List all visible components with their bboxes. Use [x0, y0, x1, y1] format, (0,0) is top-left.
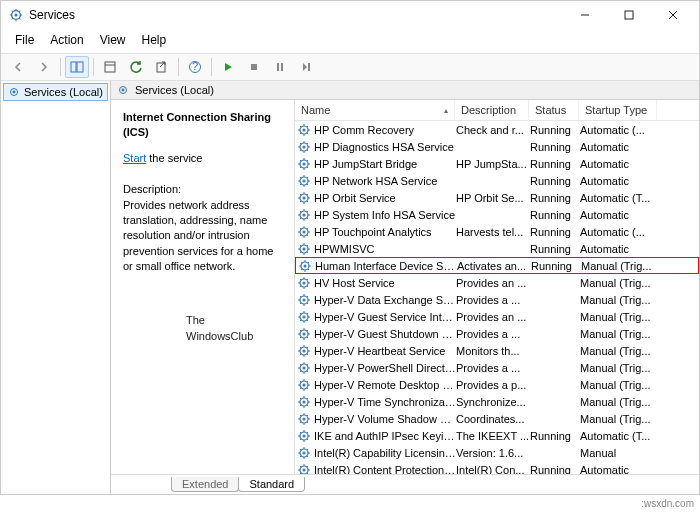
table-row[interactable]: Hyper-V Data Exchange ServiceProvides a … [295, 291, 699, 308]
cell-type: Manual (Trig... [580, 328, 658, 340]
svg-point-24 [303, 145, 306, 148]
cell-description: Provides a p... [456, 379, 530, 391]
cell-type: Automatic (... [580, 226, 658, 238]
description-text: Provides network address translation, ad… [123, 199, 273, 273]
svg-point-22 [303, 128, 306, 131]
toolbar: ? [1, 53, 699, 81]
table-row[interactable]: Human Interface Device ServiceActivates … [295, 257, 699, 274]
cell-name: Hyper-V Data Exchange Service [314, 294, 456, 306]
gear-icon [8, 86, 20, 98]
table-row[interactable]: HP Orbit ServiceHP Orbit Se...RunningAut… [295, 189, 699, 206]
table-row[interactable]: HP Touchpoint AnalyticsHarvests tel...Ru… [295, 223, 699, 240]
svg-point-26 [303, 162, 306, 165]
cell-status: Running [531, 260, 581, 272]
cell-name: IKE and AuthIP IPsec Keying Modu... [314, 430, 456, 442]
cell-description: Provides an ... [456, 277, 530, 289]
table-row[interactable]: HPWMISVCRunningAutomatic [295, 240, 699, 257]
table-row[interactable]: Hyper-V PowerShell Direct ServiceProvide… [295, 359, 699, 376]
cell-description: Provides a ... [456, 328, 530, 340]
cell-description: Intel(R) Con... [456, 464, 530, 475]
nav-label: Services (Local) [24, 86, 103, 98]
start-service-button[interactable] [216, 56, 240, 78]
svg-rect-16 [308, 63, 310, 71]
table-row[interactable]: Hyper-V Heartbeat ServiceMonitors th...M… [295, 342, 699, 359]
pause-service-button[interactable] [268, 56, 292, 78]
cell-status: Running [530, 430, 580, 442]
help-button[interactable]: ? [183, 56, 207, 78]
start-link[interactable]: Start [123, 152, 146, 164]
cell-status: Running [530, 209, 580, 221]
column-status[interactable]: Status [529, 100, 579, 120]
table-row[interactable]: IKE and AuthIP IPsec Keying Modu...The I… [295, 427, 699, 444]
table-row[interactable]: Hyper-V Guest Service InterfaceProvides … [295, 308, 699, 325]
table-row[interactable]: Intel(R) Capability Licensing Servi...Ve… [295, 444, 699, 461]
menu-action[interactable]: Action [42, 31, 91, 49]
column-name[interactable]: Name▴ [295, 100, 455, 120]
properties-button[interactable] [98, 56, 122, 78]
cell-type: Manual (Trig... [580, 413, 658, 425]
cell-type: Automatic (T... [580, 430, 658, 442]
close-button[interactable] [651, 1, 695, 29]
nav-tree: Services (Local) [1, 81, 111, 494]
table-row[interactable]: HP JumpStart BridgeHP JumpSta...RunningA… [295, 155, 699, 172]
export-button[interactable] [150, 56, 174, 78]
cell-description: Coordinates... [456, 413, 530, 425]
menu-file[interactable]: File [7, 31, 42, 49]
cell-name: HV Host Service [314, 277, 456, 289]
svg-rect-7 [77, 62, 83, 72]
svg-point-20 [122, 89, 125, 92]
cell-name: HP Network HSA Service [314, 175, 456, 187]
main-header: Services (Local) [111, 81, 699, 100]
cell-description: The IKEEXT ... [456, 430, 530, 442]
column-description[interactable]: Description [455, 100, 529, 120]
table-row[interactable]: Hyper-V Volume Shadow Copy Re...Coordina… [295, 410, 699, 427]
cell-type: Manual (Trig... [580, 311, 658, 323]
gear-icon [117, 84, 129, 96]
table-row[interactable]: Hyper-V Guest Shutdown ServiceProvides a… [295, 325, 699, 342]
refresh-button[interactable] [124, 56, 148, 78]
nav-services-local[interactable]: Services (Local) [3, 83, 108, 101]
cell-type: Automatic [580, 464, 658, 475]
table-row[interactable]: Intel(R) Content Protection HDCP ...Inte… [295, 461, 699, 474]
table-row[interactable]: HP Network HSA ServiceRunningAutomatic [295, 172, 699, 189]
stop-service-button[interactable] [242, 56, 266, 78]
window-title: Services [29, 8, 563, 22]
cell-name: Hyper-V Guest Shutdown Service [314, 328, 456, 340]
minimize-button[interactable] [563, 1, 607, 29]
column-startup-type[interactable]: Startup Type [579, 100, 657, 120]
svg-text:?: ? [192, 60, 198, 72]
svg-rect-10 [157, 63, 165, 72]
forward-button[interactable] [32, 56, 56, 78]
table-row[interactable]: HP System Info HSA ServiceRunningAutomat… [295, 206, 699, 223]
table-row[interactable]: HP Comm RecoveryCheck and r...RunningAut… [295, 121, 699, 138]
restart-service-button[interactable] [294, 56, 318, 78]
cell-type: Manual (Trig... [580, 345, 658, 357]
svg-point-62 [303, 468, 306, 471]
titlebar: Services [1, 1, 699, 29]
svg-point-52 [303, 383, 306, 386]
cell-name: Hyper-V Time Synchronization Ser... [314, 396, 456, 408]
svg-point-34 [303, 230, 306, 233]
cell-name: Intel(R) Content Protection HDCP ... [314, 464, 456, 475]
tab-extended[interactable]: Extended [171, 477, 239, 492]
source-url: :wsxdn.com [641, 498, 694, 509]
svg-point-48 [303, 349, 306, 352]
table-row[interactable]: HV Host ServiceProvides an ...Manual (Tr… [295, 274, 699, 291]
show-hide-tree-button[interactable] [65, 56, 89, 78]
menu-view[interactable]: View [92, 31, 134, 49]
back-button[interactable] [6, 56, 30, 78]
cell-type: Manual (Trig... [581, 260, 659, 272]
cell-status: Running [530, 226, 580, 238]
cell-name: Human Interface Device Service [315, 260, 457, 272]
table-row[interactable]: Hyper-V Remote Desktop Virtualiz...Provi… [295, 376, 699, 393]
svg-point-28 [303, 179, 306, 182]
table-row[interactable]: Hyper-V Time Synchronization Ser...Synch… [295, 393, 699, 410]
tab-standard[interactable]: Standard [238, 477, 305, 492]
cell-type: Manual (Trig... [580, 396, 658, 408]
maximize-button[interactable] [607, 1, 651, 29]
table-row[interactable]: HP Diagnostics HSA ServiceRunningAutomat… [295, 138, 699, 155]
start-rest: the service [146, 152, 202, 164]
cell-status: Running [530, 243, 580, 255]
menu-help[interactable]: Help [134, 31, 175, 49]
cell-description: Harvests tel... [456, 226, 530, 238]
